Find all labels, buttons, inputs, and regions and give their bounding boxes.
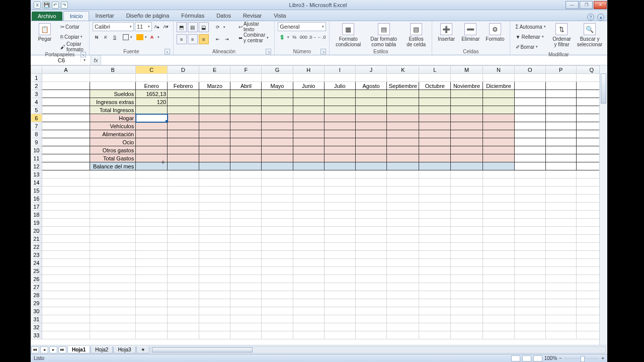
cell-M12[interactable] — [451, 162, 483, 170]
align-right-icon[interactable]: ≡ — [199, 34, 209, 44]
cell-M10[interactable] — [451, 146, 483, 154]
fill-color-button[interactable] — [136, 34, 143, 40]
cell-G16[interactable] — [262, 195, 293, 203]
cell-L25[interactable] — [419, 267, 451, 275]
cell-G20[interactable] — [262, 227, 293, 235]
cell-J17[interactable] — [355, 203, 387, 211]
cell-D16[interactable] — [168, 195, 199, 203]
cell-A25[interactable] — [42, 267, 90, 275]
cell-P31[interactable] — [545, 315, 576, 323]
cell-N5[interactable] — [482, 106, 514, 114]
cell-N22[interactable] — [482, 243, 514, 251]
paste-button[interactable]: 📋 Pegar — [34, 22, 56, 43]
cell-L12[interactable] — [419, 162, 451, 170]
cell-H24[interactable] — [293, 259, 324, 267]
cell-N20[interactable] — [482, 227, 514, 235]
cell-H22[interactable] — [293, 243, 324, 251]
cell-K12[interactable] — [387, 162, 419, 170]
row-header-12[interactable]: 12 — [31, 162, 42, 170]
cell-J6[interactable] — [355, 114, 387, 122]
sheet-tab-hoja1[interactable]: Hoja1 — [67, 346, 90, 353]
cell-G27[interactable] — [262, 283, 293, 291]
cell-N21[interactable] — [482, 235, 514, 243]
cell-B32[interactable] — [90, 323, 135, 331]
cell-D12[interactable] — [168, 162, 199, 170]
cell-K8[interactable] — [387, 130, 419, 138]
row-header-3[interactable]: 3 — [31, 90, 42, 98]
cell-I12[interactable] — [324, 162, 355, 170]
cell-N31[interactable] — [482, 315, 514, 323]
cell-K27[interactable] — [387, 283, 419, 291]
cell-G23[interactable] — [262, 251, 293, 259]
col-header-G[interactable]: G — [262, 66, 293, 74]
cell-E1[interactable] — [199, 74, 230, 82]
zoom-slider[interactable] — [564, 357, 599, 359]
cell-C33[interactable] — [136, 331, 168, 339]
cell-N7[interactable] — [482, 122, 514, 130]
cell-C32[interactable] — [136, 323, 168, 331]
cell-M25[interactable] — [451, 267, 483, 275]
cell-B16[interactable] — [90, 195, 135, 203]
cell-O3[interactable] — [515, 90, 545, 98]
cell-M14[interactable] — [451, 178, 483, 187]
cell-J21[interactable] — [355, 235, 387, 243]
col-header-H[interactable]: H — [293, 66, 324, 74]
cell-I22[interactable] — [324, 243, 355, 251]
cell-L24[interactable] — [419, 259, 451, 267]
cell-L33[interactable] — [419, 331, 451, 339]
tab-revisar[interactable]: Revisar — [237, 11, 268, 21]
cell-P25[interactable] — [545, 267, 576, 275]
row-header-19[interactable]: 19 — [31, 219, 42, 227]
cell-J24[interactable] — [355, 259, 387, 267]
cell-I26[interactable] — [324, 275, 355, 283]
cell-A6[interactable] — [42, 114, 90, 122]
format-cells-button[interactable]: ⚙Formato — [484, 22, 506, 43]
cell-J26[interactable] — [355, 275, 387, 283]
cell-L31[interactable] — [419, 315, 451, 323]
clear-button[interactable]: ✐Borrar▾ — [513, 42, 548, 51]
cell-F1[interactable] — [230, 74, 262, 82]
cell-E22[interactable] — [199, 243, 230, 251]
cell-E13[interactable] — [199, 170, 230, 178]
cell-C20[interactable] — [136, 227, 168, 235]
find-select-button[interactable]: 🔍Buscar y seleccionar — [575, 22, 604, 48]
cell-E32[interactable] — [199, 323, 230, 331]
cell-I33[interactable] — [324, 331, 355, 339]
sheet-nav-next[interactable]: ▸ — [49, 346, 57, 353]
cell-B2[interactable] — [90, 82, 135, 90]
cell-I1[interactable] — [324, 74, 355, 82]
cell-J23[interactable] — [355, 251, 387, 259]
sheet-tab-hoja3[interactable]: Hoja3 — [113, 346, 135, 353]
cell-K18[interactable] — [387, 211, 419, 219]
cell-B26[interactable] — [90, 275, 135, 283]
bold-button[interactable]: N — [93, 33, 101, 41]
col-header-C[interactable]: C — [136, 66, 168, 74]
cell-H9[interactable] — [293, 138, 324, 146]
cell-O29[interactable] — [515, 299, 545, 307]
cell-A23[interactable] — [42, 251, 90, 259]
cell-D28[interactable] — [168, 291, 199, 299]
cell-G26[interactable] — [262, 275, 293, 283]
cell-E20[interactable] — [199, 227, 230, 235]
cell-K16[interactable] — [387, 195, 419, 203]
cell-P2[interactable] — [545, 82, 576, 90]
cell-I6[interactable] — [324, 114, 355, 122]
cell-M18[interactable] — [451, 211, 483, 219]
cell-G15[interactable] — [262, 187, 293, 195]
cell-E21[interactable] — [199, 235, 230, 243]
cell-H18[interactable] — [293, 211, 324, 219]
cell-P6[interactable] — [545, 114, 576, 122]
cell-P7[interactable] — [545, 122, 576, 130]
cell-H6[interactable] — [293, 114, 324, 122]
cell-A33[interactable] — [42, 331, 90, 339]
cell-I13[interactable] — [324, 170, 355, 178]
cell-D8[interactable] — [168, 130, 199, 138]
cell-B13[interactable] — [90, 170, 135, 178]
cell-O4[interactable] — [515, 98, 545, 106]
cell-L30[interactable] — [419, 307, 451, 315]
cell-L20[interactable] — [419, 227, 451, 235]
cell-B24[interactable] — [90, 259, 135, 267]
col-header-E[interactable]: E — [199, 66, 230, 74]
cell-P28[interactable] — [545, 291, 576, 299]
cell-A21[interactable] — [42, 235, 90, 243]
